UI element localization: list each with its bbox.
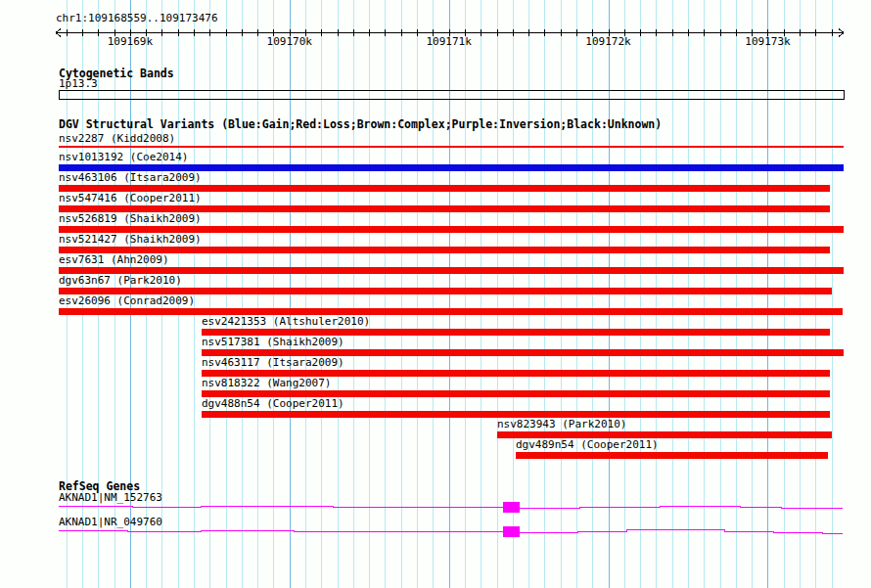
variant-label-nsv526819: nsv526819 (Shaikh2009) [59,213,202,225]
gene-line-0[interactable] [59,507,843,509]
axis-tick-label: 109172k [574,36,643,48]
gene-line-1[interactable] [59,530,843,534]
variant-label-nsv2287: nsv2287 (Kidd2008) [59,133,175,145]
variant-bar-esv26096[interactable] [59,308,843,315]
variant-label-dgv489n54: dgv489n54 (Cooper2011) [516,439,659,451]
variant-label-nsv521427: nsv521427 (Shaikh2009) [59,234,202,246]
variant-bar-nsv526819[interactable] [59,226,844,233]
dgv-section-header: DGV Structural Variants (Blue:Gain;Red:L… [59,118,662,130]
variant-bar-nsv823943[interactable] [497,431,832,438]
ruler-left-arrow-icon [56,33,61,37]
variant-label-nsv463106: nsv463106 (Itsara2009) [59,172,202,184]
variant-label-nsv517381: nsv517381 (Shaikh2009) [202,337,344,348]
variant-label-nsv1013192: nsv1013192 (Coe2014) [59,152,188,163]
variant-bar-dgv489n54[interactable] [516,452,828,459]
variant-label-esv7631: esv7631 (Ahn2009) [59,254,169,266]
variant-bar-nsv521427[interactable] [59,247,830,253]
variant-label-nsv463117: nsv463117 (Itsara2009) [202,357,344,369]
ruler-right-arrow-icon [839,29,844,33]
variant-bar-esv2421353[interactable] [202,329,830,336]
gene-label-0: AKNAD1|NM_152763 [59,492,162,504]
variant-bar-dgv488n54[interactable] [202,411,830,418]
axis-tick-label: 109173k [733,36,802,48]
axis-tick-label: 109169k [96,36,164,48]
variant-bar-nsv818322[interactable] [202,390,830,397]
variant-label-dgv488n54: dgv488n54 (Cooper2011) [202,398,344,410]
axis-tick-label: 109171k [415,36,483,48]
variant-bar-nsv463106[interactable] [59,185,830,192]
axis-tick-label: 109170k [255,36,324,48]
variant-label-nsv547416: nsv547416 (Cooper2011) [59,193,202,204]
gene-exon-0[interactable] [503,502,520,513]
genome-browser-canvas: chr1:109168559..109173476 Cytogenetic Ba… [0,0,871,588]
variant-label-esv26096: esv26096 (Conrad2009) [59,295,195,307]
variant-bar-dgv63n67[interactable] [59,288,832,294]
variant-bar-nsv547416[interactable] [59,205,830,212]
region-position-label: chr1:109168559..109173476 [56,13,218,24]
gene-label-1: AKNAD1|NR_049760 [59,517,162,528]
variant-bar-nsv2287[interactable] [59,146,844,148]
ruler-right-arrow-icon [839,33,844,37]
variant-label-esv2421353: esv2421353 (Altshuler2010) [202,316,370,328]
ruler-left-arrow-icon [56,29,61,33]
variant-bar-esv7631[interactable] [59,267,844,274]
variant-label-dgv63n67: dgv63n67 (Park2010) [59,275,182,287]
cytoband-name-label: 1p13.3 [59,78,98,90]
gene-exon-1[interactable] [503,526,520,537]
variant-bar-nsv517381[interactable] [202,349,844,356]
cytoband-rect [60,91,845,100]
variant-label-nsv818322: nsv818322 (Wang2007) [202,378,331,389]
variant-label-nsv823943: nsv823943 (Park2010) [497,419,626,430]
variant-bar-nsv1013192[interactable] [59,164,844,171]
variant-bar-nsv463117[interactable] [202,370,830,377]
